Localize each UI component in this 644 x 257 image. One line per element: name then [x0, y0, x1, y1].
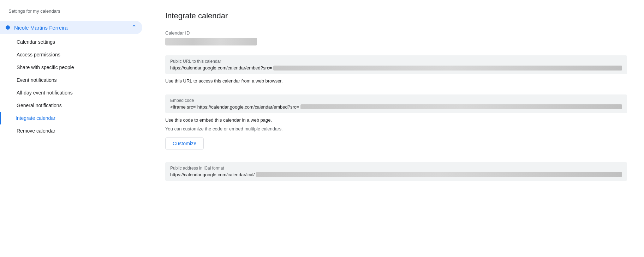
calendar-id-label: Calendar ID: [165, 30, 627, 36]
page-title: Integrate calendar: [165, 11, 627, 20]
public-url-description: Use this URL to access this calendar fro…: [165, 78, 627, 85]
calendar-id-value: [165, 38, 257, 45]
ical-label: Public address in iCal format: [170, 166, 622, 171]
ical-box: Public address in iCal format https://ca…: [165, 162, 627, 181]
main-content: Integrate calendar Calendar ID Public UR…: [148, 0, 644, 257]
ical-section: Public address in iCal format https://ca…: [165, 162, 627, 181]
public-url-section: Public URL to this calendar https://cale…: [165, 55, 627, 85]
public-url-value: https://calendar.google.com/calendar/emb…: [170, 65, 622, 71]
ical-value: https://calendar.google.com/calendar/ica…: [170, 172, 622, 177]
account-dot-icon: [6, 25, 10, 30]
embed-code-label: Embed code: [170, 98, 622, 103]
sidebar-account-item[interactable]: Nicole Martins Ferreira ⌃: [0, 21, 142, 34]
sidebar-item-integrate-calendar[interactable]: Integrate calendar: [0, 112, 148, 124]
sidebar-item-calendar-settings[interactable]: Calendar settings: [0, 36, 148, 48]
chevron-up-icon: ⌃: [131, 24, 137, 31]
sidebar-item-event-notifications[interactable]: Event notifications: [0, 74, 148, 86]
calendar-id-section: Calendar ID: [165, 30, 627, 45]
embed-code-prefix: <iframe src="https://calendar.google.com…: [170, 104, 299, 110]
embed-code-section: Embed code <iframe src="https://calendar…: [165, 94, 627, 152]
sidebar-header: Settings for my calendars: [0, 8, 148, 21]
ical-url-blurred: [256, 172, 622, 177]
customize-button[interactable]: Customize: [165, 137, 204, 149]
public-url-box: Public URL to this calendar https://cale…: [165, 55, 627, 74]
embed-description-1: Use this code to embed this calendar in …: [165, 117, 627, 124]
ical-url-prefix: https://calendar.google.com/calendar/ica…: [170, 172, 255, 177]
embed-code-blurred: [300, 104, 622, 109]
account-name: Nicole Martins Ferreira: [14, 25, 129, 31]
sidebar-item-access-permissions[interactable]: Access permissions: [0, 48, 148, 61]
public-url-blurred: [273, 66, 622, 71]
sidebar-item-remove-calendar[interactable]: Remove calendar: [0, 124, 148, 137]
embed-code-box: Embed code <iframe src="https://calendar…: [165, 94, 627, 113]
embed-code-value: <iframe src="https://calendar.google.com…: [170, 104, 622, 110]
sidebar: Settings for my calendars Nicole Martins…: [0, 0, 148, 257]
public-url-prefix: https://calendar.google.com/calendar/emb…: [170, 65, 272, 71]
public-url-label: Public URL to this calendar: [170, 59, 622, 64]
sidebar-item-share-with-specific-people[interactable]: Share with specific people: [0, 61, 148, 74]
embed-description-2: You can customize the code or embed mult…: [165, 126, 627, 133]
sidebar-item-all-day-event-notifications[interactable]: All-day event notifications: [0, 86, 148, 99]
sidebar-item-general-notifications[interactable]: General notifications: [0, 99, 148, 112]
